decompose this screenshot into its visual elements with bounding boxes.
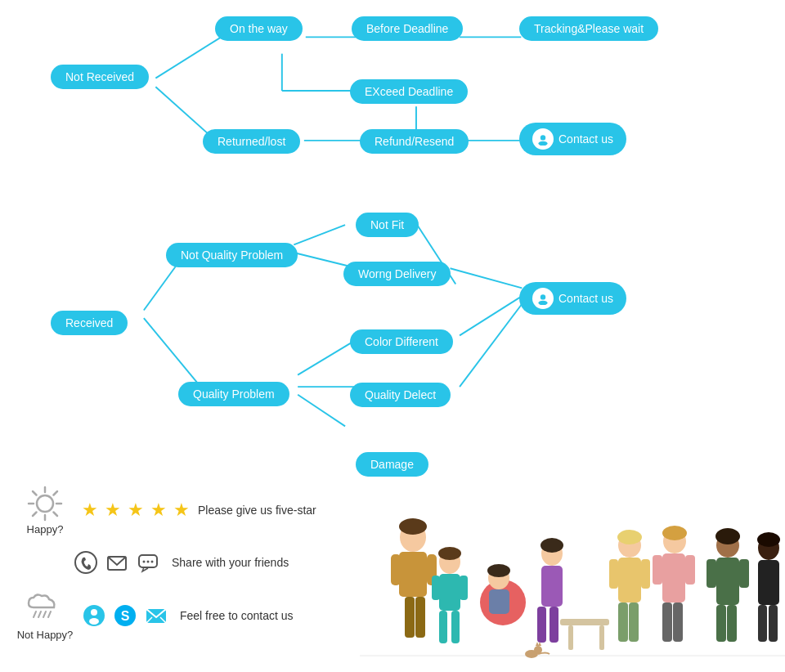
happy-label: Happy?: [27, 523, 64, 535]
not-quality-node: Not Quality Problem: [166, 243, 298, 267]
returned-lost-label: Returned/lost: [218, 135, 285, 148]
contact-us-1-node[interactable]: Contact us: [519, 123, 626, 155]
svg-point-24: [538, 301, 547, 305]
svg-point-22: [538, 141, 547, 146]
on-the-way-label: On the way: [230, 22, 288, 35]
svg-line-12: [294, 225, 345, 244]
not-happy-row: Not Happy? S Feel free to contact us: [16, 589, 368, 641]
svg-line-40: [34, 612, 36, 617]
quality-defect-label: Quality Delect: [365, 388, 436, 401]
svg-rect-71: [537, 607, 546, 643]
cloud-area: Not Happy?: [16, 589, 74, 641]
svg-rect-63: [460, 576, 468, 600]
svg-rect-100: [758, 605, 767, 642]
svg-rect-61: [451, 611, 460, 643]
svg-line-0: [155, 37, 221, 78]
returned-lost-node: Returned/lost: [203, 129, 300, 154]
exceed-deadline-label: EXceed Deadline: [365, 85, 453, 98]
damage-label: Damage: [370, 458, 414, 471]
color-different-node: Color Different: [350, 329, 453, 354]
svg-line-18: [298, 395, 345, 427]
not-quality-label: Not Quality Problem: [181, 249, 283, 262]
svg-line-30: [33, 491, 37, 495]
svg-rect-67: [489, 589, 509, 614]
svg-line-31: [54, 513, 58, 517]
not-fit-label: Not Fit: [370, 218, 404, 231]
sun-area: Happy?: [16, 484, 74, 535]
contact-us-2-label: Contact us: [558, 292, 613, 305]
exceed-deadline-node: EXceed Deadline: [350, 79, 468, 104]
svg-rect-76: [599, 625, 604, 650]
svg-line-20: [460, 304, 522, 387]
before-deadline-label: Before Deadline: [366, 22, 448, 35]
svg-line-43: [48, 612, 51, 617]
contact-us-1-label: Contact us: [558, 132, 613, 146]
star-1: ★: [82, 500, 98, 521]
before-deadline-node: Before Deadline: [352, 16, 463, 41]
sun-icon: [25, 484, 65, 523]
svg-rect-88: [653, 555, 662, 585]
row1-text: Please give us five-star: [198, 504, 316, 517]
contact-icons-row: S: [82, 603, 172, 628]
not-happy-label: Not Happy?: [17, 629, 74, 641]
svg-rect-89: [685, 555, 695, 585]
not-received-node: Not Received: [51, 65, 149, 89]
tracking-wait-label: Tracking&Please wait: [534, 22, 644, 35]
contact-us-2-node[interactable]: Contact us: [519, 282, 626, 315]
svg-point-97: [715, 528, 740, 544]
stars-row: ★ ★ ★ ★ ★: [82, 500, 190, 521]
svg-rect-79: [618, 603, 628, 642]
wrong-delivery-node: Worng Delivery: [343, 262, 451, 286]
star-5: ★: [173, 500, 190, 521]
share-row: Share with your friends: [74, 550, 368, 575]
contact-icon-2: [532, 288, 554, 309]
svg-point-57: [399, 518, 427, 535]
svg-rect-70: [541, 566, 563, 607]
svg-point-73: [541, 538, 563, 553]
svg-rect-82: [641, 559, 650, 589]
svg-rect-94: [727, 605, 737, 642]
happy-row: Happy? ★ ★ ★ ★ ★ Please give us five-sta…: [16, 484, 368, 535]
cloud-rain-icon: [23, 589, 68, 629]
svg-text:S: S: [121, 609, 130, 623]
svg-point-102: [757, 532, 780, 547]
svg-rect-96: [739, 559, 749, 588]
svg-point-83: [617, 530, 642, 544]
mail-icon: [105, 550, 129, 575]
skype-icon: S: [113, 603, 137, 628]
wrong-delivery-label: Worng Delivery: [358, 267, 436, 280]
quality-problem-node: Quality Problem: [178, 382, 289, 406]
svg-rect-92: [716, 558, 739, 605]
received-node: Received: [51, 311, 128, 335]
svg-rect-75: [568, 625, 573, 650]
envelope-blue-icon: [144, 603, 168, 628]
tracking-wait-node: Tracking&Please wait: [519, 16, 658, 41]
svg-rect-72: [550, 607, 558, 643]
share-icons: [74, 550, 164, 575]
svg-line-41: [38, 612, 41, 617]
svg-point-90: [662, 526, 687, 540]
people-svg: [360, 476, 785, 672]
svg-line-42: [43, 612, 46, 617]
row3-text: Feel free to contact us: [180, 609, 294, 622]
svg-point-64: [438, 547, 461, 560]
chat-icon: [136, 550, 160, 575]
svg-rect-95: [706, 559, 716, 588]
svg-point-38: [147, 561, 150, 563]
svg-rect-52: [399, 552, 427, 597]
svg-point-46: [89, 618, 99, 625]
svg-rect-80: [629, 603, 639, 642]
star-4: ★: [150, 500, 167, 521]
contact-icon-1: [532, 128, 554, 150]
svg-rect-78: [618, 558, 641, 603]
received-label: Received: [65, 316, 113, 329]
svg-rect-99: [758, 560, 779, 605]
not-received-label: Not Received: [65, 70, 134, 83]
svg-rect-59: [439, 574, 460, 611]
svg-line-19: [460, 296, 522, 335]
svg-rect-93: [716, 605, 726, 642]
quality-defect-node: Quality Delect: [350, 383, 451, 407]
svg-rect-74: [560, 619, 609, 625]
svg-rect-86: [662, 603, 672, 642]
svg-line-32: [54, 491, 58, 495]
